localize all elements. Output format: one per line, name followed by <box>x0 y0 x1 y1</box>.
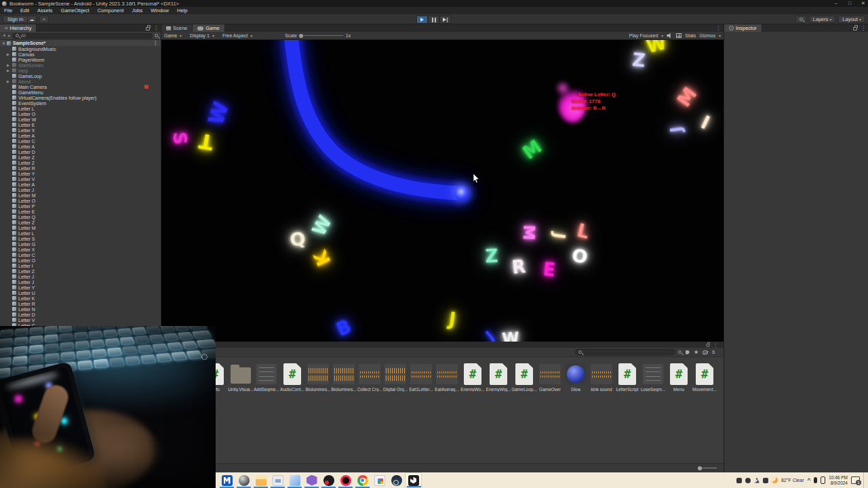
notification-center-icon[interactable]: 1 <box>851 476 860 484</box>
taskbar-app-photos[interactable] <box>371 472 388 488</box>
asset-tile[interactable]: Biolumines... <box>305 363 331 392</box>
tab-hierarchy[interactable]: ≡ Hierarchy <box>0 24 37 32</box>
hierarchy-item[interactable]: Letter A <box>0 133 161 138</box>
search-by-type-icon[interactable] <box>678 350 682 354</box>
menu-item-gameobject[interactable]: GameObject <box>57 7 94 14</box>
scale-slider[interactable] <box>300 35 343 36</box>
asset-tile[interactable]: EatAverag... <box>434 363 460 392</box>
hierarchy-item[interactable]: Letter N <box>0 306 161 312</box>
hierarchy-item[interactable]: Letter C <box>0 252 161 258</box>
hierarchy-item[interactable]: Letter M <box>0 192 161 198</box>
tray-icon[interactable] <box>754 478 760 483</box>
hierarchy-item[interactable]: Letter J <box>0 187 161 192</box>
vsync-icon[interactable] <box>676 33 682 38</box>
services-icon[interactable]: ✦ <box>39 16 49 23</box>
maximize-button[interactable]: □ <box>846 0 853 7</box>
hierarchy-item[interactable]: Letter Z <box>0 220 161 225</box>
hierarchy-item[interactable]: Letter A <box>0 144 161 149</box>
hierarchy-item[interactable]: Letter J <box>0 274 161 279</box>
hierarchy-item[interactable]: Letter Z <box>0 155 161 160</box>
show-desktop-button[interactable] <box>863 472 866 488</box>
kebab-menu-icon[interactable]: ⋮ <box>715 24 721 32</box>
hierarchy-item[interactable]: ▶StartScreen <box>0 62 161 68</box>
hierarchy-item[interactable]: Letter Y <box>0 171 161 176</box>
asset-tile[interactable]: #AudioCont... <box>279 363 305 392</box>
taskbar-app-bluefolder[interactable] <box>286 472 303 488</box>
hierarchy-item[interactable]: Letter P <box>0 203 161 209</box>
menu-item-file[interactable]: File <box>0 7 16 14</box>
hierarchy-item[interactable]: Letter M <box>0 225 161 230</box>
kebab-menu-icon[interactable]: ⋮ <box>713 342 718 348</box>
asset-tile[interactable]: Digital Org... <box>382 363 408 392</box>
asset-tile[interactable]: LoseSegm... <box>640 363 666 392</box>
taskbar-app-explorer[interactable] <box>252 472 269 488</box>
hierarchy-item[interactable]: PlayerWorm <box>0 57 161 62</box>
hierarchy-item[interactable]: Letter Q <box>0 214 161 220</box>
asset-tile[interactable]: Eat1Letter... <box>408 363 434 392</box>
hierarchy-item[interactable]: Letter K <box>0 296 161 301</box>
expand-arrow-icon[interactable]: ▶ <box>7 52 9 56</box>
thumbnail-size-slider[interactable] <box>698 468 717 468</box>
tab-scene[interactable]: Scene <box>161 24 193 32</box>
gizmos-dropdown[interactable]: Gizmos <box>699 33 715 38</box>
hierarchy-item[interactable]: GameMenu <box>0 89 161 95</box>
display-select[interactable]: Display 1 <box>190 33 210 38</box>
menu-item-help[interactable]: Help <box>173 7 191 14</box>
asset-tile[interactable]: #EnemyWig... <box>486 363 511 392</box>
hierarchy-item[interactable]: Letter U <box>0 290 161 296</box>
hierarchy-item[interactable]: Letter G <box>0 241 161 247</box>
asset-tile[interactable]: #Menu <box>666 363 692 392</box>
hierarchy-item[interactable]: Letter E <box>0 209 161 214</box>
hierarchy-item[interactable]: Letter D <box>0 149 161 155</box>
tab-game[interactable]: Game <box>193 24 224 32</box>
play-button[interactable] <box>416 16 428 24</box>
hidden-icons-chevron[interactable]: ^ <box>808 477 811 483</box>
hierarchy-item[interactable]: Letter R <box>0 301 161 306</box>
lock-icon[interactable] <box>853 27 857 30</box>
tray-icon[interactable] <box>763 478 768 483</box>
mute-audio-icon[interactable] <box>667 33 673 39</box>
project-search-input[interactable] <box>575 349 675 355</box>
pause-button[interactable] <box>428 16 439 24</box>
hierarchy-item[interactable]: Letter A <box>0 182 161 187</box>
hierarchy-item[interactable]: Letter X <box>0 247 161 252</box>
asset-tile[interactable]: Biolumines... <box>331 363 357 392</box>
asset-tile[interactable]: #EnemyWo... <box>460 363 486 392</box>
lock-icon[interactable] <box>146 27 150 30</box>
hidden-packages-icon[interactable] <box>703 350 708 354</box>
favorites-star-icon[interactable]: ★ <box>694 350 698 355</box>
hierarchy-item[interactable]: Letter Z <box>0 160 161 165</box>
taskbar-app-opera[interactable] <box>337 472 354 488</box>
search-by-label-icon[interactable] <box>686 350 690 354</box>
hierarchy-item[interactable]: BackgroundMusic <box>0 46 161 52</box>
hierarchy-item[interactable]: Letter D <box>0 312 161 317</box>
hierarchy-item[interactable]: Letter E <box>0 122 161 127</box>
game-display-dropdown[interactable]: Game <box>164 33 177 38</box>
asset-tile[interactable]: AddSegme... <box>254 363 279 392</box>
step-button[interactable] <box>439 16 451 24</box>
hierarchy-item[interactable]: ▶Help <box>0 68 161 73</box>
asset-tile[interactable]: Collect Cry... <box>357 363 382 392</box>
hierarchy-item[interactable]: Letter Z <box>0 268 161 274</box>
tab-inspector[interactable]: i Inspector <box>724 24 762 32</box>
add-dropdown-icon[interactable]: ▾ <box>8 33 10 38</box>
lock-icon[interactable] <box>706 344 709 346</box>
menu-item-assets[interactable]: Assets <box>33 7 57 14</box>
hierarchy-item[interactable]: EventSystem <box>0 100 161 106</box>
asset-tile[interactable]: GameOver <box>537 363 563 392</box>
play-focused-dropdown[interactable]: Play Focused <box>629 33 658 38</box>
taskbar-clock[interactable]: 10:46 PM 8/9/2024 <box>829 475 848 486</box>
asset-tile[interactable]: klnk sound <box>589 363 614 392</box>
add-object-button[interactable]: + <box>3 33 6 39</box>
taskbar-app-sphere[interactable] <box>235 472 252 488</box>
game-viewport[interactable]: WSTWQKMMJLZREOWZMIJBJJW Active Letter: Q… <box>161 40 724 342</box>
hierarchy-item[interactable]: GameLoop <box>0 73 161 79</box>
taskbar-app-vs[interactable] <box>303 472 320 488</box>
menu-item-edit[interactable]: Edit <box>16 7 33 14</box>
minimize-button[interactable]: – <box>833 0 840 7</box>
taskbar-app-msg[interactable] <box>269 472 286 488</box>
hierarchy-item[interactable]: ▶About <box>0 79 161 84</box>
hierarchy-item[interactable]: Letter I <box>0 263 161 268</box>
aspect-select[interactable]: Free Aspect <box>222 33 248 38</box>
search-filter-icon[interactable] <box>155 34 158 37</box>
